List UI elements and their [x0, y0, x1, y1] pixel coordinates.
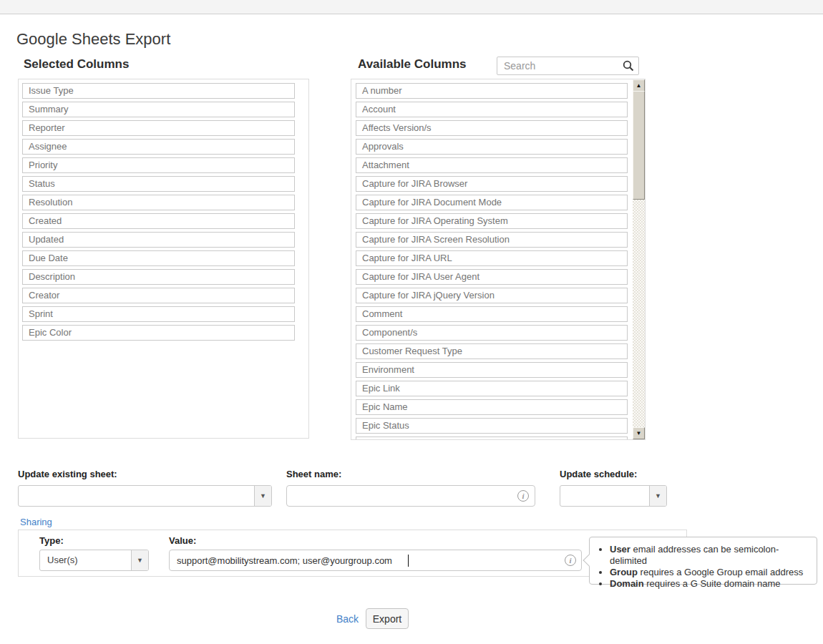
list-item[interactable]: Customer Request Type: [356, 343, 628, 359]
chevron-down-icon[interactable]: ▼: [131, 550, 148, 570]
list-item[interactable]: Component/s: [356, 325, 628, 341]
list-item[interactable]: Attachment: [356, 157, 628, 173]
search-icon[interactable]: [623, 60, 634, 72]
search-input[interactable]: [497, 57, 639, 75]
scroll-down-button[interactable]: ▼: [633, 427, 645, 439]
text-caret: [408, 555, 409, 567]
available-columns-panel: A numberAccountAffects Version/sApproval…: [351, 79, 646, 440]
top-bar: [0, 0, 823, 14]
page-title: Google Sheets Export: [16, 30, 170, 49]
scroll-up-button[interactable]: ▲: [633, 79, 645, 92]
list-item[interactable]: Status: [22, 176, 295, 192]
list-item[interactable]: Environment: [356, 362, 628, 378]
list-item[interactable]: Priority: [22, 157, 295, 173]
update-schedule-select[interactable]: ▼: [560, 485, 667, 507]
tooltip-item: Group requires a Google Group email addr…: [610, 567, 811, 578]
sheet-name-input[interactable]: [286, 485, 535, 507]
search-wrap: [497, 57, 639, 75]
list-item[interactable]: Capture for JIRA URL: [356, 250, 628, 266]
chevron-down-icon[interactable]: ▼: [254, 486, 271, 506]
info-icon[interactable]: i: [517, 490, 529, 502]
list-item[interactable]: Epic Color: [22, 325, 295, 341]
list-item[interactable]: Capture for JIRA jQuery Version: [356, 288, 628, 303]
export-button[interactable]: Export: [366, 608, 409, 629]
update-schedule-label: Update schedule:: [560, 469, 637, 479]
list-item[interactable]: Approvals: [356, 139, 628, 155]
list-item[interactable]: Capture for JIRA Screen Resolution: [356, 232, 628, 248]
list-item[interactable]: Creator: [22, 288, 295, 303]
list-item[interactable]: Created: [22, 213, 295, 229]
list-item[interactable]: Summary: [22, 102, 295, 117]
tooltip-item: Domain requires a G Suite domain name: [610, 578, 811, 590]
list-item[interactable]: Description: [22, 269, 295, 285]
update-existing-sheet-label: Update existing sheet:: [18, 469, 117, 479]
available-columns-heading: Available Columns: [358, 57, 466, 72]
info-icon[interactable]: i: [565, 555, 576, 566]
sharing-section-link[interactable]: Sharing: [20, 517, 52, 527]
list-item[interactable]: Comment: [356, 306, 628, 322]
selected-columns-panel: Issue TypeSummaryReporterAssigneePriorit…: [18, 79, 309, 439]
list-item[interactable]: Epic Status: [356, 418, 628, 434]
list-item[interactable]: Updated: [22, 232, 295, 248]
list-item[interactable]: Capture for JIRA Operating System: [356, 213, 628, 229]
list-item[interactable]: Reporter: [22, 120, 295, 136]
available-scrollbar-track[interactable]: ▲ ▼: [633, 79, 645, 439]
list-item[interactable]: Affects Version/s: [356, 120, 628, 136]
list-item[interactable]: Capture for JIRA User Agent: [356, 269, 628, 285]
sheet-name-label: Sheet name:: [286, 469, 341, 479]
list-item[interactable]: Resolution: [22, 195, 295, 210]
list-item[interactable]: Account: [356, 102, 628, 117]
sharing-type-label: Type:: [39, 535, 64, 546]
list-item[interactable]: Sprint: [22, 306, 295, 322]
sharing-type-select[interactable]: User(s) ▼: [39, 550, 149, 571]
chevron-down-icon[interactable]: ▼: [649, 486, 666, 506]
list-item[interactable]: Epic Name: [356, 399, 628, 415]
list-item[interactable]: Fix Version/s: [356, 436, 628, 440]
sharing-value-label: Value:: [169, 535, 196, 546]
list-item[interactable]: Epic Link: [356, 381, 628, 396]
list-item[interactable]: A number: [356, 83, 628, 99]
list-item[interactable]: Capture for JIRA Browser: [356, 176, 628, 192]
selected-columns-heading: Selected Columns: [24, 57, 129, 72]
list-item[interactable]: Capture for JIRA Document Mode: [356, 195, 628, 210]
sharing-value-input[interactable]: [169, 550, 582, 571]
tooltip-item: User email addresses can be semicolon-de…: [610, 544, 811, 567]
list-item[interactable]: Issue Type: [22, 83, 295, 99]
list-item[interactable]: Due Date: [22, 250, 295, 266]
list-item[interactable]: Assignee: [22, 139, 295, 155]
scrollbar-thumb[interactable]: [633, 91, 645, 200]
update-existing-sheet-select[interactable]: ▼: [18, 485, 272, 507]
back-link[interactable]: Back: [336, 613, 359, 625]
sharing-help-tooltip: User email addresses can be semicolon-de…: [589, 537, 817, 585]
